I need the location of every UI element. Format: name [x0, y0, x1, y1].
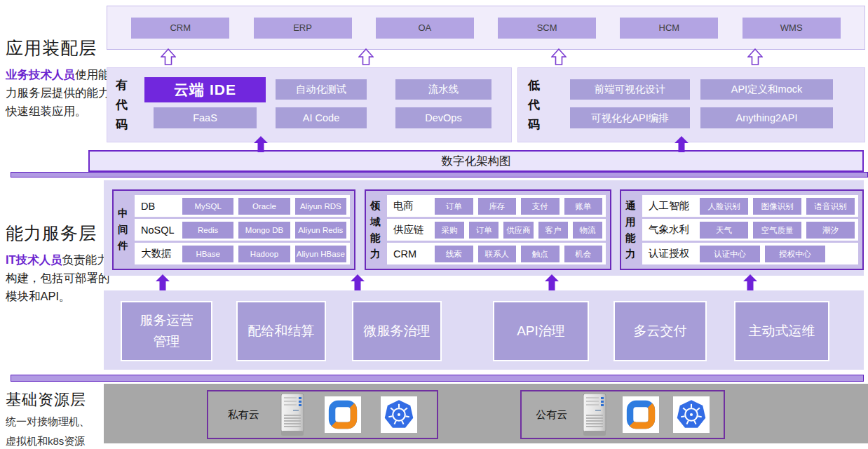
up-arrow-solid-icon — [156, 274, 170, 290]
domain-chip: 库存 — [478, 198, 517, 215]
app-layer-note-body: 业务技术人员使用能力服务层提供的能力快速组装应用。 — [6, 65, 111, 120]
faas-button: FaaS — [154, 107, 257, 128]
middleware-chip: Mongo DB — [238, 222, 290, 239]
app-chip-wms: WMS — [742, 18, 841, 39]
api-governance-button: API治理 — [493, 301, 589, 361]
domain-chip: 线索 — [435, 246, 473, 262]
row-label: 电商 — [393, 199, 430, 213]
capability-layer-note-body: IT技术人员负责能力构建，包括可部署的模块和API。 — [6, 250, 112, 305]
middleware-row-bigdata: 大数据 HBase Hadoop Aliyun HBase — [135, 243, 350, 264]
row-label: 大数据 — [141, 247, 177, 260]
multicloud-delivery-button: 多云交付 — [613, 301, 707, 361]
middleware-row-db: DB MySQL Oracle Aliyun RDS — [135, 195, 350, 217]
general-chip: 认证中心 — [700, 246, 760, 262]
general-row-auth: 认证授权 认证中心 授权中心 — [642, 243, 858, 264]
row-label: 供应链 — [393, 223, 430, 236]
domain-capability-label: 领域能力 — [370, 198, 382, 262]
anything2api-button: Anything2API — [700, 107, 833, 128]
domain-capability-section: 领域能力 电商 订单 库存 支付 账单 供应链 采购 订单 供应商 客户 物流 … — [365, 189, 611, 270]
app-chip-erp: ERP — [254, 18, 352, 39]
domain-chip: 订单 — [435, 198, 473, 215]
server-icon — [581, 393, 608, 436]
general-chip: 天气 — [700, 222, 748, 239]
layer-separator-band — [11, 172, 868, 177]
general-capability-label: 通用能力 — [625, 198, 637, 262]
up-arrow-solid-icon — [545, 274, 559, 290]
vmware-icon — [325, 396, 361, 433]
up-arrow-solid-icon — [351, 274, 365, 290]
private-cloud-box: 私有云 — [207, 390, 438, 439]
domain-row-ecommerce: 电商 订单 库存 支付 账单 — [387, 195, 606, 217]
middleware-chip: Hadoop — [238, 246, 290, 262]
cloud-ide-button: 云端 IDE — [144, 77, 266, 102]
capability-layer-role: IT技术人员 — [6, 253, 62, 266]
general-chip: 授权中心 — [765, 246, 825, 262]
architecture-diagram: 应用装配层 业务技术人员使用能力服务层提供的能力快速组装应用。 能力服务层 IT… — [0, 0, 868, 449]
kubernetes-icon — [673, 396, 710, 433]
general-chip: 人脸识别 — [700, 198, 748, 215]
middleware-chip: Oracle — [238, 198, 290, 215]
private-cloud-label: 私有云 — [228, 408, 259, 422]
general-row-weather: 气象水利 天气 空气质量 潮汐 — [642, 219, 858, 241]
domain-row-crm: CRM 线索 联系人 触点 机会 — [387, 243, 606, 264]
domain-chip: 机会 — [564, 246, 603, 262]
middleware-section: 中间件 DB MySQL Oracle Aliyun RDS NoSQL Red… — [112, 189, 355, 270]
domain-chip: 支付 — [521, 198, 560, 215]
middleware-chip: Aliyun RDS — [295, 198, 346, 215]
row-label: CRM — [393, 248, 430, 260]
app-chip-scm: SCM — [498, 18, 596, 39]
app-chip-crm: CRM — [131, 18, 229, 39]
general-chip: 语音识别 — [806, 198, 855, 215]
domain-chip: 触点 — [521, 246, 560, 262]
up-arrow-solid-icon — [743, 274, 757, 290]
ai-code-button: AI Code — [276, 107, 367, 128]
middleware-chip: HBase — [182, 246, 233, 262]
row-label: DB — [141, 201, 177, 212]
general-chip: 空气质量 — [753, 222, 801, 239]
general-row-ai: 人工智能 人脸识别 图像识别 语音识别 — [642, 195, 858, 217]
row-label: 人工智能 — [649, 199, 695, 213]
up-arrow-outline-icon — [551, 48, 567, 65]
public-cloud-box: 公有云 — [520, 390, 725, 439]
up-arrow-solid-icon — [254, 136, 268, 152]
middleware-row-nosql: NoSQL Redis Mongo DB Aliyun Redis — [135, 219, 350, 241]
server-icon — [279, 393, 306, 436]
up-arrow-outline-icon — [161, 48, 176, 65]
general-chip: 图像识别 — [753, 198, 801, 215]
up-arrow-outline-icon — [358, 48, 374, 65]
frontend-visual-design-button: 前端可视化设计 — [570, 79, 690, 100]
middleware-chip: Aliyun HBase — [295, 246, 346, 262]
capability-layer-note-title: 能力服务层 — [6, 222, 112, 245]
row-label: NoSQL — [141, 224, 177, 236]
low-code-label: 低代码 — [528, 76, 542, 135]
infra-layer-note-title: 基础资源层 — [6, 389, 111, 410]
middleware-chip: MySQL — [182, 198, 233, 215]
api-define-mock-button: API定义和mock — [700, 79, 833, 100]
domain-chip: 联系人 — [478, 246, 517, 262]
digital-architecture-bar: 数字化架构图 — [88, 150, 864, 172]
domain-chip: 订单 — [469, 222, 499, 239]
pro-code-panel: 有代码 云端 IDE 自动化测试 流水线 FaaS AI Code DevOps — [107, 67, 512, 142]
app-layer-note-title: 应用装配层 — [6, 36, 111, 60]
visual-api-orchestration-button: 可视化化API编排 — [570, 107, 690, 128]
up-arrow-solid-icon — [674, 136, 689, 152]
devops-button: DevOps — [395, 107, 491, 128]
proactive-ops-button: 主动式运维 — [734, 301, 829, 361]
middleware-label: 中间件 — [118, 206, 130, 254]
app-layer-note: 应用装配层 业务技术人员使用能力服务层提供的能力快速组装应用。 — [6, 36, 111, 120]
middleware-chip: Redis — [182, 222, 233, 239]
public-cloud-label: 公有云 — [536, 408, 567, 422]
digital-architecture-label: 数字化架构图 — [442, 154, 511, 169]
infra-layer-note-sub1: 统一对接物理机、 — [6, 413, 111, 430]
app-chip-hcm: HCM — [620, 18, 718, 39]
general-capability-section: 通用能力 人工智能 人脸识别 图像识别 语音识别 气象水利 天气 空气质量 潮汐… — [620, 189, 864, 270]
vmware-icon — [623, 396, 659, 433]
layer-separator-band — [11, 375, 864, 382]
domain-chip: 物流 — [573, 222, 602, 239]
app-layer-role: 业务技术人员 — [6, 68, 75, 81]
domain-chip: 账单 — [564, 198, 603, 215]
domain-row-supplychain: 供应链 采购 订单 供应商 客户 物流 — [387, 219, 606, 241]
up-arrow-outline-icon — [747, 48, 763, 65]
microservice-governance-button: 微服务治理 — [352, 301, 442, 361]
infra-layer-note: 基础资源层 统一对接物理机、 虚拟机和k8s资源 — [6, 389, 111, 449]
